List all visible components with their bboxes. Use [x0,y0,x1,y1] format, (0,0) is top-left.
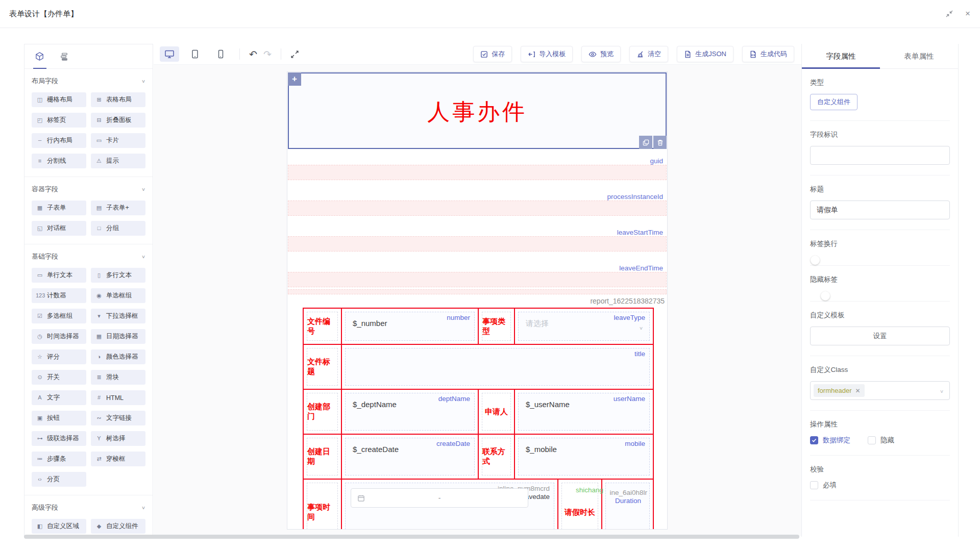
title-input[interactable] [810,201,950,219]
sidebar-field-item[interactable]: ⊙开关 [32,370,86,385]
sidebar-field-item[interactable]: ▭单行文本 [32,268,86,283]
sidebar-field-item[interactable]: A文字 [32,390,86,405]
sidebar-field-item[interactable]: ⚠提示 [91,154,145,168]
table-cell[interactable]: $_userName userName [514,390,653,434]
table-cell[interactable]: $_number number [341,309,478,344]
sidebar-field-item[interactable]: 123计数器 [32,288,86,303]
sidebar-field-item[interactable]: ⊞表格布局 [91,92,145,107]
sidebar-field-item[interactable]: ∾文字链接 [91,411,145,425]
sidebar-field-item[interactable]: ┄行内布局 [32,133,86,148]
horizontal-scrollbar[interactable] [24,535,799,539]
sidebar-field-item[interactable]: ≔步骤条 [32,452,86,466]
duration-widget[interactable]: ine_6ai0h8lr Duration [605,483,650,530]
sidebar-field-item[interactable]: ▾下拉选择框 [91,309,145,323]
daterange-input[interactable]: - [351,488,528,508]
field-id-input[interactable] [810,146,950,165]
table-cell[interactable]: $_deptName deptName [341,390,478,434]
sidebar-field-item[interactable]: ◑颜色选择器 [91,349,145,364]
text-input-widget[interactable]: title [345,348,650,386]
redo-icon[interactable]: ↷ [263,49,272,59]
sidebar-field-item[interactable]: ⊟折叠面板 [91,113,145,128]
hidden-checkbox[interactable]: 隐藏 [868,436,894,445]
table-cell[interactable]: 创建部门 [304,390,341,434]
tab-field-properties[interactable]: 字段属性 [802,44,880,68]
sidebar-field-item[interactable]: ◫栅格布局 [32,92,86,107]
tab-form-properties[interactable]: 表单属性 [880,44,958,68]
hidden-field-label[interactable]: leaveEndTime [288,260,667,272]
form-header-component[interactable]: + 人事办件 [288,72,667,149]
sidebar-field-item[interactable]: Y树选择 [91,431,145,446]
hidden-field-stripe[interactable] [288,236,667,252]
hidden-field-label[interactable]: guid [288,153,667,165]
text-input-widget[interactable]: $_createDate createDate [345,438,475,475]
device-desktop-button[interactable] [160,46,179,62]
hidden-field-stripe[interactable] [288,289,667,294]
sidebar-field-item[interactable]: ≡分割线 [32,154,86,168]
data-binding-checkbox[interactable]: 数据绑定 [810,436,850,445]
component-type-tag[interactable]: 自定义组件 [810,94,857,110]
table-cell[interactable]: ine_6ai0h8lr Duration [601,480,653,530]
text-input-widget[interactable]: $_deptName deptName [345,393,475,431]
table-cell[interactable]: title [341,345,653,389]
clear-button[interactable]: 清空 [629,46,668,62]
close-icon[interactable]: × [963,9,973,19]
import-template-button[interactable]: 导入模板 [521,46,573,62]
tab-outline[interactable] [60,44,68,69]
form-table[interactable]: 文件编号 $_number number 事项类型 请选择 leaveType … [303,308,654,530]
sidebar-field-item[interactable]: ≣滑块 [91,370,145,385]
mobile-icon[interactable] [211,46,230,62]
table-cell[interactable]: 联系方式 [478,435,514,479]
sidebar-field-item[interactable]: □分组 [91,221,145,236]
daterange-widget[interactable]: inline_nym8mcrd leavedate - [345,483,554,530]
table-cell[interactable]: 事项类型 [478,309,514,344]
trash-icon[interactable] [653,136,667,149]
sidebar-field-item[interactable]: #HTML [91,390,145,405]
field-label[interactable]: 文件编号 [307,312,338,341]
text-input-widget[interactable]: $_userName userName [518,393,650,431]
sidebar-field-item[interactable]: ☑多选框组 [32,309,86,323]
required-checkbox[interactable]: 必填 [810,481,950,490]
field-label[interactable]: 创建日期 [307,438,338,475]
sidebar-field-item[interactable]: ▦日期选择器 [91,329,145,344]
table-cell[interactable]: 事项时间 [304,480,341,530]
table-cell[interactable]: $_mobile mobile [514,435,653,479]
hidden-field-label[interactable]: leaveStartTime [288,224,667,236]
text-input-widget[interactable]: $_number number [345,312,475,341]
table-cell[interactable]: 创建日期 [304,435,341,479]
sidebar-field-item[interactable]: ◧自定义区域 [32,519,86,534]
design-canvas[interactable]: + 人事办件 guidprocessInstance [154,65,801,536]
field-label[interactable]: 创建部门 [307,393,338,431]
sidebar-field-item[interactable]: ‹›分页 [32,472,86,487]
table-cell[interactable]: 文件编号 [304,309,341,344]
generate-code-button[interactable]: 生成代码 [742,46,794,62]
sidebar-field-item[interactable]: ☆评分 [32,349,86,364]
hidden-field-label[interactable]: processInstanceId [288,188,667,201]
chevron-down-icon[interactable]: ∨ [141,187,145,192]
sidebar-field-item[interactable]: ▣按钮 [32,411,86,425]
copy-icon[interactable] [639,136,652,149]
hidden-field-stripe[interactable] [288,272,667,287]
sidebar-field-item[interactable]: ⊶级联选择器 [32,431,86,446]
field-label[interactable]: 联系方式 [482,438,511,475]
template-settings-button[interactable]: 设置 [810,327,950,345]
move-handle-icon[interactable]: + [288,72,301,86]
table-cell[interactable]: 请假时长 shichang [557,480,601,530]
tab-components[interactable] [35,44,44,69]
remove-tag-icon[interactable]: ✕ [855,387,860,394]
sidebar-field-item[interactable]: ◉单选框组 [91,288,145,303]
text-input-widget[interactable]: $_mobile mobile [518,438,650,475]
hidden-field-stripe[interactable] [288,165,667,180]
undo-icon[interactable]: ↶ [249,49,257,59]
compress-icon[interactable] [944,9,954,19]
generate-json-button[interactable]: 生成JSON [677,46,733,62]
fullscreen-icon[interactable] [290,50,299,59]
save-button[interactable]: 保存 [473,46,512,62]
field-label[interactable]: 文件标题 [307,348,338,386]
select-widget[interactable]: 请选择 leaveType ∨ [518,312,650,341]
field-label[interactable]: 事项类型 [482,312,511,341]
sidebar-field-item[interactable]: ◆自定义组件 [91,519,145,534]
sidebar-field-item[interactable]: ◰标签页 [32,113,86,128]
sidebar-field-item[interactable]: ▯多行文本 [91,268,145,283]
chevron-down-icon[interactable]: ∨ [141,254,145,259]
table-cell[interactable]: $_createDate createDate [341,435,478,479]
